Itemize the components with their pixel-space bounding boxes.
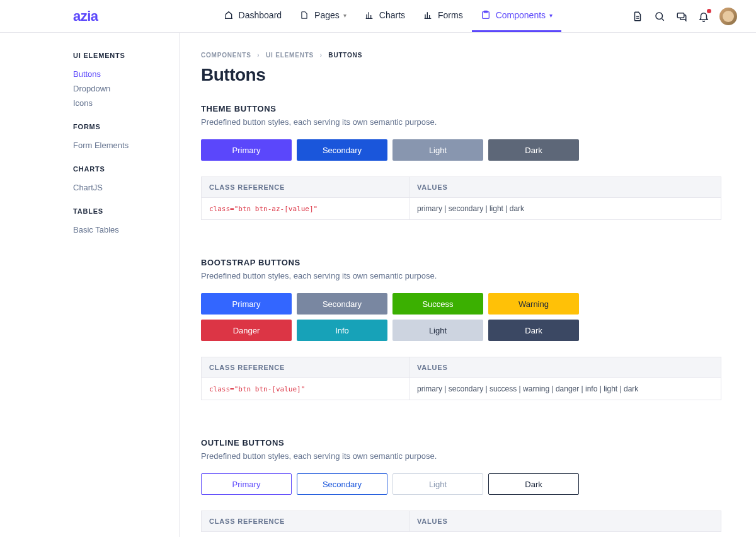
svg-point-2 <box>656 13 663 20</box>
nav-label: Pages <box>314 10 340 20</box>
messages-icon[interactable] <box>675 10 688 23</box>
button-row: Primary Secondary Light Dark <box>201 139 721 161</box>
button-outline-light[interactable]: Light <box>392 473 483 495</box>
section-desc: Predefined button styles, each serving i… <box>201 117 721 127</box>
button-dark[interactable]: Dark <box>488 139 579 161</box>
sidebar-group-title: FORMS <box>73 123 179 130</box>
nav-forms[interactable]: Forms <box>414 0 472 32</box>
main-nav: Dashboard Pages ▾ Charts Forms Compone <box>215 0 562 32</box>
table-header: VALUES <box>410 511 721 532</box>
components-icon <box>481 10 491 20</box>
button-secondary[interactable]: Secondary <box>297 139 387 161</box>
charts-icon <box>364 10 374 20</box>
search-icon[interactable] <box>653 10 666 23</box>
nav-charts[interactable]: Charts <box>355 0 414 32</box>
reference-table: CLASS REFERENCE VALUES class="btn btn-az… <box>201 176 721 220</box>
table-cell-values: primary | secondary | light | dark <box>410 198 721 220</box>
sidebar-group-title: TABLES <box>73 207 179 215</box>
page-body: UI ELEMENTS Buttons Dropdown Icons FORMS… <box>0 33 756 537</box>
button-outline-dark[interactable]: Dark <box>488 473 579 495</box>
button-outline-secondary[interactable]: Secondary <box>297 473 387 495</box>
table-header: CLASS REFERENCE <box>202 177 410 198</box>
svg-rect-3 <box>677 13 684 18</box>
nav-label: Forms <box>438 10 463 20</box>
button-row: Primary Secondary Success Warning <box>201 293 721 315</box>
reference-table: CLASS REFERENCE VALUES class="btn btn-[v… <box>201 357 721 400</box>
table-header: CLASS REFERENCE <box>202 511 410 532</box>
brand-logo[interactable]: azia <box>73 8 98 25</box>
nav-components[interactable]: Components ▾ <box>472 0 561 32</box>
button-primary[interactable]: Primary <box>201 139 292 161</box>
button-row: Primary Secondary Light Dark <box>201 473 721 495</box>
chevron-down-icon: ▾ <box>343 12 346 19</box>
button-warning[interactable]: Warning <box>488 293 579 315</box>
breadcrumb-item: BUTTONS <box>328 52 362 59</box>
section-title: THEME BUTTONS <box>201 104 721 113</box>
section-desc: Predefined button styles, each serving i… <box>201 271 721 280</box>
section-theme-buttons: THEME BUTTONS Predefined button styles, … <box>201 104 721 220</box>
avatar[interactable] <box>719 8 737 25</box>
content: COMPONENTS › UI ELEMENTS › BUTTONS Butto… <box>180 33 747 537</box>
table-cell-code: class="btn btn-az-[value]" <box>202 198 410 220</box>
sidebar-item-icons[interactable]: Icons <box>73 96 179 110</box>
section-desc: Predefined button styles, each serving i… <box>201 451 721 461</box>
table-header: VALUES <box>410 177 721 198</box>
section-title: BOOTSTRAP BUTTONS <box>201 258 721 267</box>
button-success[interactable]: Success <box>392 293 483 315</box>
section-title: OUTLINE BUTTONS <box>201 438 721 448</box>
sidebar-item-basic-tables[interactable]: Basic Tables <box>73 222 179 237</box>
notification-dot <box>707 9 711 13</box>
nav-pages[interactable]: Pages ▾ <box>290 0 355 32</box>
button-outline-primary[interactable]: Primary <box>201 473 292 495</box>
bell-icon[interactable] <box>697 10 710 23</box>
page-title: Buttons <box>201 65 721 85</box>
file-icon[interactable] <box>631 10 644 23</box>
section-bootstrap-buttons: BOOTSTRAP BUTTONS Predefined button styl… <box>201 258 721 400</box>
button-danger[interactable]: Danger <box>201 320 292 341</box>
chevron-right-icon: › <box>257 52 260 59</box>
nav-label: Charts <box>379 10 405 20</box>
reference-table: CLASS REFERENCE VALUES <box>201 511 721 532</box>
table-cell-values: primary | secondary | success | warning … <box>410 378 721 400</box>
sidebar-item-buttons[interactable]: Buttons <box>73 67 179 81</box>
table-header: CLASS REFERENCE <box>202 357 410 378</box>
sidebar-item-chartjs[interactable]: ChartJS <box>73 180 179 195</box>
button-info[interactable]: Info <box>297 320 387 341</box>
sidebar-group-title: UI ELEMENTS <box>73 52 179 59</box>
button-secondary[interactable]: Secondary <box>297 293 387 315</box>
table-header: VALUES <box>410 357 721 378</box>
nav-label: Components <box>496 10 546 20</box>
table-cell-code: class="btn btn-[value]" <box>202 378 410 400</box>
chevron-down-icon: ▾ <box>549 12 553 19</box>
sidebar-group-title: CHARTS <box>73 165 179 173</box>
sidebar-item-form-elements[interactable]: Form Elements <box>73 138 179 153</box>
nav-label: Dashboard <box>239 10 282 20</box>
button-light[interactable]: Light <box>392 320 483 341</box>
button-row: Danger Info Light Dark <box>201 320 721 341</box>
nav-dashboard[interactable]: Dashboard <box>215 0 291 32</box>
header: azia Dashboard Pages ▾ Charts Forms <box>0 0 756 33</box>
breadcrumb: COMPONENTS › UI ELEMENTS › BUTTONS <box>201 52 721 59</box>
pages-icon <box>299 10 309 20</box>
button-primary[interactable]: Primary <box>201 293 292 315</box>
dashboard-icon <box>224 10 234 20</box>
button-dark[interactable]: Dark <box>488 320 579 341</box>
breadcrumb-item[interactable]: UI ELEMENTS <box>266 52 314 59</box>
chevron-right-icon: › <box>320 52 323 59</box>
sidebar: UI ELEMENTS Buttons Dropdown Icons FORMS… <box>0 33 180 537</box>
header-right <box>631 8 737 25</box>
section-outline-buttons: OUTLINE BUTTONS Predefined button styles… <box>201 438 721 532</box>
button-light[interactable]: Light <box>392 139 483 161</box>
forms-icon <box>423 10 433 20</box>
sidebar-item-dropdown[interactable]: Dropdown <box>73 81 179 96</box>
breadcrumb-item[interactable]: COMPONENTS <box>201 52 251 59</box>
